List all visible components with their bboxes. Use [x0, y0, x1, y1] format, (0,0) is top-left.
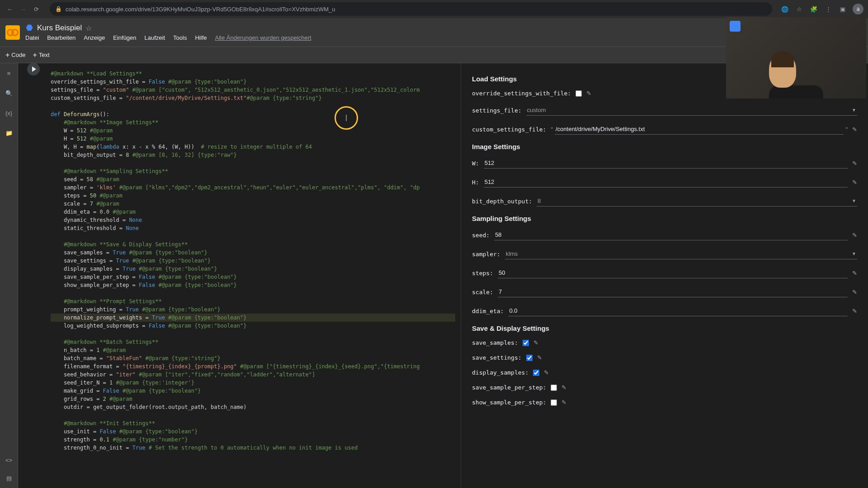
files-icon[interactable]: 📁: [5, 128, 14, 137]
sampler-select[interactable]: klms▼: [505, 249, 857, 259]
terminal-icon[interactable]: ▤: [5, 474, 14, 483]
translate-icon[interactable]: 🌐: [780, 5, 789, 14]
override-label: override_settings_with_file:: [472, 90, 571, 97]
steps-input[interactable]: [498, 267, 848, 278]
menu-tools[interactable]: Tools: [173, 34, 187, 41]
edit-icon[interactable]: ✎: [852, 126, 857, 133]
bit-depth-select[interactable]: 8▼: [537, 196, 857, 206]
save-settings-label: save_settings:: [472, 354, 522, 361]
edit-icon[interactable]: ✎: [544, 369, 549, 376]
show-per-step-label: show_sample_per_step:: [472, 399, 546, 406]
show-per-step-checkbox[interactable]: [551, 399, 557, 406]
save-settings-checkbox[interactable]: [526, 355, 533, 361]
reload-button[interactable]: ⟳: [31, 4, 42, 14]
display-samples-label: display_samples:: [472, 369, 528, 376]
extensions-icon[interactable]: 🧩: [809, 5, 818, 14]
save-samples-label: save_samples:: [472, 339, 518, 346]
h-input[interactable]: [484, 177, 848, 188]
ddim-eta-label: ddim_eta:: [472, 308, 504, 314]
image-settings-title: Image Settings: [472, 143, 857, 150]
url-text: colab.research.google.com/drive/13G9KHyM…: [66, 6, 335, 13]
w-input[interactable]: [484, 158, 848, 169]
ddim-eta-input[interactable]: [508, 305, 848, 316]
edit-icon[interactable]: ✎: [852, 160, 857, 167]
custom-settings-label: custom_settings_file:: [472, 126, 546, 133]
edit-icon[interactable]: ✎: [852, 308, 857, 314]
webcam-app-logo-icon: [730, 21, 741, 32]
star-toggle-icon[interactable]: ☆: [85, 24, 92, 33]
add-text-button[interactable]: +Text: [33, 51, 49, 59]
custom-settings-input[interactable]: [555, 124, 844, 135]
profile-avatar[interactable]: a: [853, 4, 863, 14]
chevron-down-icon: ▼: [852, 108, 856, 113]
display-samples-checkbox[interactable]: [533, 370, 539, 376]
forward-button[interactable]: →: [18, 4, 28, 14]
menu-hilfe[interactable]: Hilfe: [195, 34, 207, 41]
menu-laufzeit[interactable]: Laufzeit: [145, 34, 165, 41]
save-status[interactable]: Alle Änderungen wurden gespeichert: [215, 34, 311, 41]
menu-icon[interactable]: ⋮: [824, 5, 833, 14]
webcam-overlay: [726, 17, 866, 99]
add-code-button[interactable]: +Code: [5, 51, 25, 59]
scale-label: scale:: [472, 289, 493, 296]
lock-icon: 🔒: [55, 6, 62, 12]
url-bar[interactable]: 🔒 colab.research.google.com/drive/13G9KH…: [50, 2, 772, 16]
save-display-title: Save & Display Settings: [472, 324, 857, 332]
browser-chrome: ← → ⟳ 🔒 colab.research.google.com/drive/…: [0, 0, 868, 18]
back-button[interactable]: ←: [5, 4, 15, 14]
scale-input[interactable]: [498, 286, 848, 297]
notebook-title[interactable]: Kurs Beispiel: [37, 23, 82, 33]
form-panel: Load Settings override_settings_with_fil…: [461, 63, 868, 488]
edit-icon[interactable]: ✎: [852, 289, 857, 296]
settings-file-label: settings_file:: [472, 107, 522, 114]
override-checkbox[interactable]: [576, 90, 582, 97]
star-icon[interactable]: ☆: [795, 5, 804, 14]
edit-icon[interactable]: ✎: [852, 179, 857, 186]
sampler-label: sampler:: [472, 251, 500, 258]
seed-input[interactable]: [494, 230, 848, 240]
edit-icon[interactable]: ✎: [852, 270, 857, 277]
save-per-step-label: save_sample_per_step:: [472, 384, 546, 391]
h-label: H:: [472, 179, 479, 186]
edit-icon[interactable]: ✎: [586, 90, 591, 97]
search-icon[interactable]: 🔍: [5, 89, 14, 98]
edit-icon[interactable]: ✎: [533, 339, 538, 346]
edit-icon[interactable]: ✎: [561, 399, 566, 406]
bit-depth-label: bit_depth_output:: [472, 198, 532, 205]
drive-icon: [25, 24, 33, 32]
w-label: W:: [472, 160, 479, 167]
variables-icon[interactable]: {x}: [5, 108, 14, 117]
code-snippets-icon[interactable]: <>: [5, 455, 14, 465]
menu-anzeige[interactable]: Anzeige: [84, 34, 105, 41]
settings-file-select[interactable]: custom▼: [526, 105, 857, 116]
run-cell-button[interactable]: [27, 63, 40, 75]
edit-icon[interactable]: ✎: [852, 232, 857, 239]
code-editor[interactable]: #@markdown **Load Settings** override_se…: [45, 63, 461, 488]
edit-icon[interactable]: ✎: [537, 354, 542, 361]
save-per-step-checkbox[interactable]: [551, 385, 557, 391]
chevron-down-icon: ▼: [852, 251, 856, 256]
save-samples-checkbox[interactable]: [523, 340, 529, 346]
chevron-down-icon: ▼: [852, 198, 856, 203]
colab-logo-icon[interactable]: [5, 25, 20, 40]
steps-label: steps:: [472, 270, 493, 277]
cell-gutter: [ ]: [18, 63, 45, 488]
edit-icon[interactable]: ✎: [561, 384, 566, 391]
left-sidebar: ≡ 🔍 {x} 📁 <> ▤: [0, 63, 18, 488]
menu-bearbeiten[interactable]: Bearbeiten: [47, 34, 75, 41]
menu-datei[interactable]: Datei: [25, 34, 39, 41]
webcam-person: [769, 54, 823, 99]
seed-label: seed:: [472, 232, 490, 239]
notebook-content: [ ] #@markdown **Load Settings** overrid…: [18, 63, 868, 488]
panel-icon[interactable]: ▣: [838, 5, 847, 14]
sampling-settings-title: Sampling Settings: [472, 215, 857, 222]
toc-icon[interactable]: ≡: [5, 69, 14, 78]
menu-einfuegen[interactable]: Einfügen: [113, 34, 136, 41]
